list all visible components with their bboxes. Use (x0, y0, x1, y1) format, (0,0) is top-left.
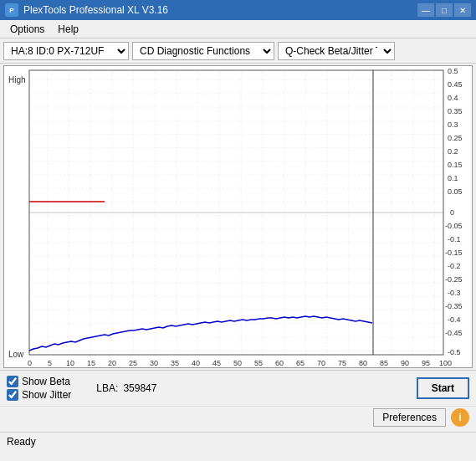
bottom-panel: Show Beta Show Jitter LBA: 359847 Start (0, 370, 476, 406)
svg-text:30: 30 (150, 359, 158, 367)
y-high-label: High (8, 75, 26, 85)
show-jitter-label: Show Jitter (22, 389, 71, 401)
show-jitter-row[interactable]: Show Jitter (7, 389, 71, 401)
svg-text:-0.25: -0.25 (445, 275, 463, 284)
svg-text:80: 80 (359, 359, 367, 367)
preferences-row: Preferences i (0, 406, 476, 432)
svg-text:-0.3: -0.3 (448, 289, 461, 297)
svg-text:5: 5 (48, 359, 52, 367)
svg-text:0: 0 (450, 208, 454, 217)
window-controls: — □ ✕ (417, 3, 471, 17)
start-button[interactable]: Start (417, 377, 469, 399)
svg-text:55: 55 (254, 359, 263, 367)
svg-text:0.2: 0.2 (448, 147, 458, 156)
svg-text:95: 95 (422, 359, 430, 367)
lba-value: 359847 (123, 382, 156, 394)
show-beta-checkbox[interactable] (7, 376, 18, 387)
svg-text:0.3: 0.3 (448, 120, 458, 129)
svg-text:0.15: 0.15 (448, 161, 463, 169)
chart-svg: High Low 0.5 0.45 0.4 0.35 0.3 0.25 0.2 … (4, 66, 470, 367)
app-title: PlexTools Professional XL V3.16 (23, 4, 168, 16)
chart-container: High Low 0.5 0.45 0.4 0.35 0.3 0.25 0.2 … (3, 65, 473, 368)
svg-text:60: 60 (275, 359, 284, 367)
info-button[interactable]: i (451, 408, 469, 427)
svg-text:0.45: 0.45 (448, 80, 463, 89)
svg-text:-0.4: -0.4 (448, 315, 461, 324)
minimize-button[interactable]: — (417, 3, 434, 17)
svg-text:0.1: 0.1 (448, 174, 458, 182)
title-bar: P PlexTools Professional XL V3.16 — □ ✕ (0, 0, 476, 20)
svg-text:-0.45: -0.45 (445, 329, 463, 337)
svg-text:0.25: 0.25 (448, 134, 463, 142)
drive-select[interactable]: HA:8 ID:0 PX-712UF (3, 42, 129, 60)
svg-text:-0.05: -0.05 (445, 222, 463, 230)
lba-area: LBA: 359847 (96, 382, 156, 394)
svg-text:15: 15 (87, 359, 95, 367)
svg-text:0.05: 0.05 (448, 187, 463, 196)
svg-text:45: 45 (212, 359, 221, 367)
show-beta-row[interactable]: Show Beta (7, 376, 71, 387)
svg-text:85: 85 (380, 359, 388, 367)
status-text: Ready (7, 436, 36, 448)
svg-text:-0.2: -0.2 (448, 262, 461, 270)
svg-text:75: 75 (338, 359, 346, 367)
function-select[interactable]: CD Diagnostic Functions (132, 42, 274, 60)
svg-text:0: 0 (28, 359, 32, 367)
svg-text:0.35: 0.35 (448, 107, 463, 115)
checkboxes-group: Show Beta Show Jitter (7, 376, 71, 401)
show-jitter-checkbox[interactable] (7, 389, 18, 401)
test-select[interactable]: Q-Check Beta/Jitter Test (278, 42, 395, 60)
svg-text:-0.15: -0.15 (445, 248, 463, 257)
preferences-button[interactable]: Preferences (373, 408, 446, 427)
status-bar: Ready (0, 432, 476, 450)
svg-text:20: 20 (108, 359, 116, 367)
menu-bar: Options Help (0, 20, 476, 38)
lba-label: LBA: (96, 382, 118, 394)
svg-text:-0.35: -0.35 (445, 302, 463, 310)
svg-text:40: 40 (192, 359, 200, 367)
right-controls: Start (417, 377, 469, 399)
svg-text:100: 100 (439, 359, 452, 367)
app-icon: P (5, 3, 18, 17)
svg-text:-0.1: -0.1 (448, 235, 461, 243)
show-beta-label: Show Beta (22, 376, 70, 387)
svg-text:90: 90 (401, 359, 409, 367)
maximize-button[interactable]: □ (436, 3, 453, 17)
toolbar: HA:8 ID:0 PX-712UF CD Diagnostic Functio… (0, 38, 476, 64)
svg-text:0.5: 0.5 (448, 67, 458, 75)
svg-text:65: 65 (296, 359, 305, 367)
y-low-label: Low (8, 350, 24, 359)
svg-text:70: 70 (317, 359, 325, 367)
menu-help[interactable]: Help (51, 22, 85, 37)
svg-text:0.4: 0.4 (448, 94, 458, 102)
close-button[interactable]: ✕ (454, 3, 471, 17)
svg-text:10: 10 (66, 359, 74, 367)
svg-text:-0.5: -0.5 (448, 348, 461, 356)
svg-text:35: 35 (171, 359, 179, 367)
menu-options[interactable]: Options (3, 22, 51, 37)
svg-text:50: 50 (233, 359, 242, 367)
svg-text:25: 25 (129, 359, 137, 367)
